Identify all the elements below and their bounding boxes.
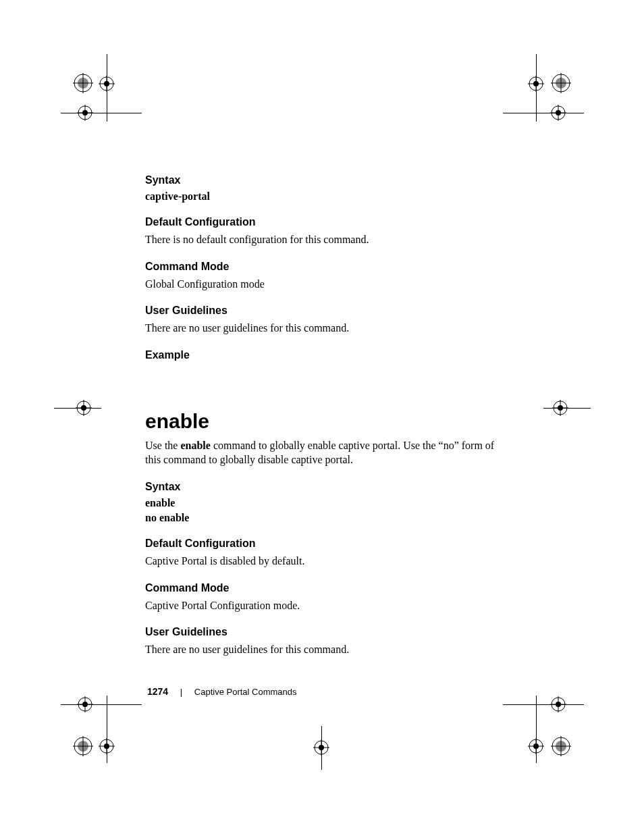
default-configuration-text: There is no default configuration for th… [145, 232, 510, 247]
footer-separator: | [180, 687, 182, 697]
command-mode-text: Global Configuration mode [145, 277, 510, 292]
registration-mark-icon [99, 76, 115, 92]
command-mode-text-2: Captive Portal Configuration mode. [145, 598, 510, 613]
registration-mark-icon [550, 105, 566, 121]
command-description: Use the enable command to globally enabl… [145, 438, 510, 467]
registration-mark-icon [551, 73, 571, 93]
registration-mark-icon [76, 400, 92, 416]
desc-pre: Use the [145, 440, 180, 451]
heading-default-configuration: Default Configuration [145, 216, 510, 228]
page-number: 1274 [147, 686, 168, 697]
heading-command-mode: Command Mode [145, 261, 510, 273]
registration-mark-icon [550, 696, 566, 712]
heading-default-configuration-2: Default Configuration [145, 538, 510, 550]
user-guidelines-text-2: There are no user guidelines for this co… [145, 642, 510, 657]
registration-mark-icon [528, 738, 544, 754]
user-guidelines-text: There are no user guidelines for this co… [145, 321, 510, 336]
registration-mark-icon [551, 736, 571, 756]
heading-syntax: Syntax [145, 174, 510, 186]
heading-command-mode-2: Command Mode [145, 582, 510, 594]
crop-mark-line [61, 113, 142, 113]
registration-mark-icon [77, 696, 93, 712]
crop-mark-line [503, 704, 584, 705]
registration-mark-icon [313, 739, 329, 756]
registration-mark-icon [552, 400, 568, 416]
syntax-command: captive-portal [145, 190, 510, 203]
registration-mark-icon [73, 736, 93, 756]
registration-mark-icon [77, 105, 93, 121]
heading-user-guidelines: User Guidelines [145, 305, 510, 317]
syntax-command-enable: enable [145, 497, 510, 509]
crop-mark-line [503, 113, 584, 113]
heading-user-guidelines-2: User Guidelines [145, 626, 510, 638]
default-configuration-text-2: Captive Portal is disabled by default. [145, 554, 510, 569]
footer-section-title: Captive Portal Commands [194, 687, 297, 697]
registration-mark-icon [528, 76, 544, 92]
registration-mark-icon [99, 738, 115, 754]
desc-bold: enable [180, 440, 210, 451]
heading-example: Example [145, 349, 510, 361]
syntax-command-no-enable: no enable [145, 512, 510, 524]
heading-syntax-2: Syntax [145, 481, 510, 493]
crop-mark-line [61, 704, 142, 705]
page-content: Syntax captive-portal Default Configurat… [145, 174, 510, 671]
registration-mark-icon [73, 73, 93, 93]
command-title-enable: enable [145, 410, 510, 433]
page-footer: 1274 | Captive Portal Commands [147, 686, 297, 697]
